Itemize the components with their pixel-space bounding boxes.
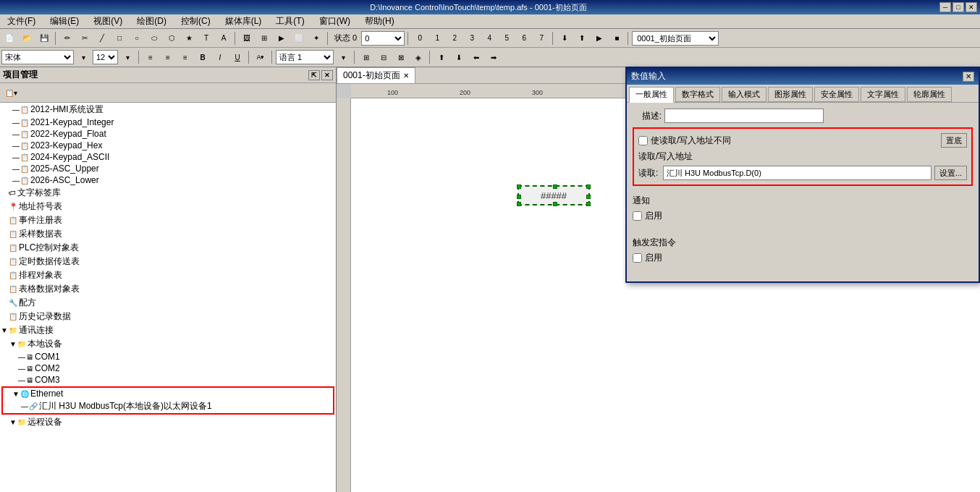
canvas-tab-main[interactable]: 0001-初始页面 ✕	[337, 67, 415, 83]
tree-item-plc[interactable]: 📋 PLC控制对象表	[0, 241, 336, 255]
btn2[interactable]: ⬜	[291, 30, 307, 46]
menu-tools[interactable]: 工具(T)	[271, 14, 308, 29]
clear-button[interactable]: 置底	[941, 133, 967, 148]
lang-select[interactable]: 语言 1	[276, 50, 334, 64]
menu-draw[interactable]: 绘图(D)	[132, 14, 171, 29]
align-right-button[interactable]: ≡	[177, 49, 193, 65]
dialog-tab-text[interactable]: 文字属性	[861, 87, 905, 102]
dialog-tab-general[interactable]: 一般属性	[629, 87, 674, 103]
new-button[interactable]: 📄	[1, 30, 17, 46]
tree-item-timer[interactable]: 📋 定时数据传送表	[0, 255, 336, 268]
dialog-tab-inputmode[interactable]: 输入模式	[722, 87, 766, 102]
macro-enable-checkbox[interactable]	[633, 253, 642, 263]
dialog-tab-outline[interactable]: 轮廓属性	[907, 87, 952, 102]
circle-button[interactable]: ○	[129, 30, 145, 46]
scissors-button[interactable]: ✂	[77, 30, 93, 46]
menu-control[interactable]: 控制(C)	[177, 14, 215, 29]
tree-item-2022[interactable]: — 📋 2022-Keypad_Float	[0, 128, 336, 140]
open-button[interactable]: 📂	[19, 30, 35, 46]
tree-item-history[interactable]: 📋 历史记录数据	[0, 310, 336, 323]
save-button[interactable]: 💾	[36, 30, 52, 46]
tree-item-schedule[interactable]: 📋 排程对象表	[0, 268, 336, 282]
nav4-button[interactable]: ➡	[486, 49, 502, 65]
tree-item-2012[interactable]: — 📋 2012-HMI系统设置	[0, 103, 336, 116]
menu-window[interactable]: 窗口(W)	[315, 14, 355, 29]
nav2-button[interactable]: ⬇	[451, 49, 467, 65]
set-button[interactable]: 设置...	[934, 166, 967, 180]
tree-item-com1[interactable]: — 🖥 COM1	[0, 351, 336, 362]
download-button[interactable]: ⬇	[557, 30, 573, 46]
menu-view[interactable]: 视图(V)	[89, 14, 127, 29]
extra4-button[interactable]: ◈	[410, 49, 426, 65]
desc-input[interactable]	[664, 109, 824, 123]
num4[interactable]: 4	[481, 30, 497, 46]
text2-button[interactable]: A	[216, 30, 232, 46]
text-button[interactable]: T	[198, 30, 214, 46]
rect-button[interactable]: □	[111, 30, 127, 46]
menu-help[interactable]: 帮助(H)	[360, 14, 399, 29]
widget-element[interactable]: #####	[518, 185, 590, 205]
align-left-button[interactable]: ≡	[143, 49, 159, 65]
tree-item-more[interactable]: ▼ 📁 远程设备	[0, 415, 336, 429]
underline-button[interactable]: U	[229, 49, 245, 65]
page-select[interactable]: 0001_初始页面	[632, 31, 719, 46]
handle-ml[interactable]	[517, 195, 521, 199]
num5[interactable]: 5	[499, 30, 515, 46]
num0[interactable]: 0	[412, 30, 428, 46]
polygon-button[interactable]: ⬡	[164, 30, 179, 46]
upload-button[interactable]: ⬆	[574, 30, 590, 46]
menu-file[interactable]: 文件(F)	[3, 14, 40, 29]
lang-dropdown-icon[interactable]: ▾	[335, 49, 351, 65]
bold-button[interactable]: B	[195, 49, 211, 65]
nav1-button[interactable]: ⬆	[434, 49, 449, 65]
pencil-button[interactable]: ✏	[59, 30, 75, 46]
num3[interactable]: 3	[464, 30, 480, 46]
handle-bl[interactable]	[517, 202, 521, 206]
tree-item-comm[interactable]: ▼ 📁 通讯连接	[0, 323, 336, 337]
size-select[interactable]: 12	[93, 50, 118, 64]
tree-item-event[interactable]: 📋 事件注册表	[0, 213, 336, 227]
maximize-button[interactable]: □	[952, 2, 964, 12]
handle-mr[interactable]	[586, 195, 591, 199]
handle-tl[interactable]	[517, 184, 521, 189]
dialog-tab-numfmt[interactable]: 数字格式	[675, 87, 720, 102]
close-button[interactable]: ✕	[966, 2, 977, 12]
font-dropdown-icon[interactable]: ▾	[75, 49, 91, 65]
color-button[interactable]: A▾	[253, 49, 269, 65]
tree-item-addr-sym[interactable]: 📍 地址符号表	[0, 200, 336, 213]
menu-media[interactable]: 媒体库(L)	[221, 14, 266, 29]
size-dropdown-icon[interactable]: ▾	[119, 49, 135, 65]
stop-button[interactable]: ■	[609, 30, 625, 46]
project-panel-close[interactable]: ✕	[321, 70, 333, 80]
ellipse-button[interactable]: ⬭	[146, 30, 162, 46]
nav3-button[interactable]: ⬅	[468, 49, 484, 65]
handle-tm[interactable]	[553, 184, 557, 189]
handle-tr[interactable]	[586, 184, 591, 189]
tree-item-com2[interactable]: — 🖥 COM2	[0, 362, 336, 374]
tree-item-label-lib[interactable]: 🏷 文字标签库	[0, 186, 336, 200]
tree-item-2025[interactable]: — 📋 2025-ASC_Upper	[0, 163, 336, 174]
handle-br[interactable]	[586, 202, 591, 206]
tree-item-com3[interactable]: — 🖥 COM3	[0, 374, 336, 386]
tree-item-table[interactable]: 📋 表格数据对象表	[0, 282, 336, 296]
num2[interactable]: 2	[447, 30, 462, 46]
tree-item-local[interactable]: ▼ 📁 本地设备	[0, 337, 336, 351]
run-button[interactable]: ▶	[591, 30, 607, 46]
table-button[interactable]: ⊞	[256, 30, 272, 46]
tree-item-sample[interactable]: 📋 采样数据表	[0, 227, 336, 241]
project-panel-float[interactable]: ⇱	[308, 70, 320, 80]
align-center-button[interactable]: ≡	[160, 49, 176, 65]
tree-item-ethernet[interactable]: ▼ 🌐 Ethernet	[3, 388, 333, 399]
diff-addr-checkbox[interactable]	[638, 136, 648, 145]
btn3[interactable]: ✦	[308, 30, 324, 46]
dialog-tab-graphic[interactable]: 图形属性	[768, 87, 813, 102]
project-add-button[interactable]: 📋▾	[3, 85, 19, 101]
handle-bm[interactable]	[553, 202, 557, 206]
num6[interactable]: 6	[516, 30, 532, 46]
canvas-tab-close[interactable]: ✕	[403, 72, 409, 80]
extra1-button[interactable]: ⊞	[358, 49, 374, 65]
img-button[interactable]: 🖼	[239, 30, 255, 46]
font-select[interactable]: 宋体	[1, 50, 74, 64]
extra2-button[interactable]: ⊟	[376, 49, 392, 65]
btn1[interactable]: ▶	[274, 30, 290, 46]
